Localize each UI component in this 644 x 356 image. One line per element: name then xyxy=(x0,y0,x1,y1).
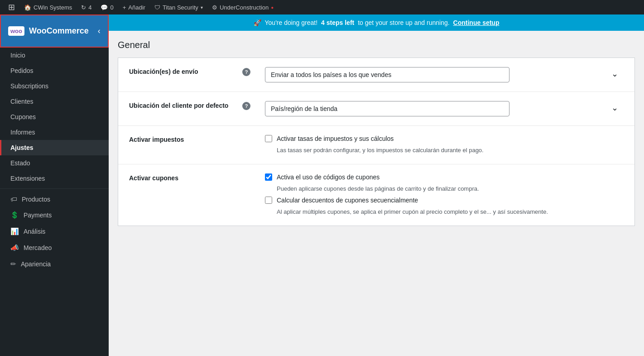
sidebar-item-clientes[interactable]: Clientes xyxy=(0,94,109,109)
adminbar-under-construction[interactable]: ⚙ UnderConstruction ● xyxy=(207,0,278,14)
coupons-help-text: Pueden aplicarse cupones desde las págin… xyxy=(277,184,624,193)
analisis-label: Análisis xyxy=(24,228,45,235)
coupons-control: Activa el uso de códigos de cupones Pued… xyxy=(265,173,624,216)
adminbar-titan-security[interactable]: 🛡 Titan Security ▾ xyxy=(150,0,207,14)
adminbar-comments[interactable]: 💬 0 xyxy=(96,0,118,14)
adminbar-new-content[interactable]: + Añadir xyxy=(118,0,150,14)
sidebar-item-ajustes[interactable]: Ajustes xyxy=(0,140,109,155)
analisis-icon: 📊 xyxy=(10,227,19,236)
payments-icon: 💲 xyxy=(10,211,19,219)
adminbar-updates[interactable]: ↻ 4 xyxy=(77,0,96,14)
cupones-label: Cupones xyxy=(10,113,36,120)
notice-continue-link[interactable]: Continue setup xyxy=(453,19,500,26)
shipping-label: Ubicación(es) de envío xyxy=(129,67,238,75)
adminbar-wp-logo[interactable]: ⊞ xyxy=(4,0,19,14)
mercadeo-label: Mercadeo xyxy=(24,244,52,251)
payments-label: Payments xyxy=(24,212,52,219)
enable-coupons-checkbox[interactable] xyxy=(265,173,272,181)
adminbar-site-name[interactable]: 🏠 CWin Systems xyxy=(19,0,77,14)
clientes-label: Clientes xyxy=(10,98,34,105)
settings-table: Ubicación(es) de envío ? Enviar a todos … xyxy=(118,58,635,226)
sidebar-item-subscriptions[interactable]: Subscriptions xyxy=(0,78,109,94)
notice-bar: 🚀 You're doing great! 4 steps left to ge… xyxy=(109,14,644,31)
shipping-label-group: Ubicación(es) de envío ? xyxy=(129,67,256,76)
settings-row-coupons: Activar cupones Activa el uso de códigos… xyxy=(118,164,634,226)
sidebar-item-payments[interactable]: 💲 Payments xyxy=(0,207,109,223)
sidebar-item-productos[interactable]: 🏷 Productos xyxy=(0,191,109,207)
sidebar-item-estado[interactable]: Estado xyxy=(0,155,109,171)
informes-label: Informes xyxy=(10,129,35,136)
sidebar-logo[interactable]: woo WooCommerce ‹ xyxy=(0,14,109,48)
sidebar-item-informes[interactable]: Informes xyxy=(0,125,109,140)
notice-emoji: 🚀 xyxy=(254,19,261,26)
enable-taxes-checkbox[interactable] xyxy=(265,135,272,142)
sidebar-item-analisis[interactable]: 📊 Análisis xyxy=(0,223,109,240)
shipping-help-icon[interactable]: ? xyxy=(242,68,250,76)
customer-location-select-wrapper: País/región de la tienda Geolocalización… xyxy=(265,101,624,116)
sidebar-menu: Inicio Pedidos Subscriptions Clientes Cu… xyxy=(0,48,109,186)
customer-location-select[interactable]: País/región de la tienda Geolocalización… xyxy=(265,101,509,116)
sidebar-item-extensiones[interactable]: Extensiones xyxy=(0,171,109,186)
sequential-discounts-help-text: Al aplicar múltiples cupones, se aplica … xyxy=(277,207,624,216)
subscriptions-label: Subscriptions xyxy=(10,82,48,90)
woo-icon: woo xyxy=(8,26,24,36)
mercadeo-icon: 📣 xyxy=(10,244,19,252)
shipping-select-wrapper: Enviar a todos los países a los que vend… xyxy=(265,67,624,82)
customer-location-control: País/región de la tienda Geolocalización… xyxy=(265,101,624,116)
notice-steps: 4 steps left xyxy=(321,19,354,26)
notice-text-after: to get your store up and running. xyxy=(358,19,449,26)
sequential-discounts-label[interactable]: Calcular descuentos de cupones secuencia… xyxy=(277,197,418,204)
sidebar-item-pedidos[interactable]: Pedidos xyxy=(0,63,109,78)
taxes-help-text: Las tasas ser podrán configurar, y los i… xyxy=(277,146,624,155)
notice-text-before: You're doing great! xyxy=(265,19,318,26)
ajustes-label: Ajustes xyxy=(10,144,34,151)
productos-icon: 🏷 xyxy=(10,195,17,203)
inicio-label: Inicio xyxy=(10,52,25,59)
main-layout: woo WooCommerce ‹ Inicio Pedidos Subscri… xyxy=(0,14,644,356)
main-content: 🚀 You're doing great! 4 steps left to ge… xyxy=(109,14,644,356)
customer-location-label: Ubicación del cliente por defecto xyxy=(129,101,238,109)
content-area: General Ubicación(es) de envío ? Enviar … xyxy=(109,31,644,356)
customer-location-help-icon[interactable]: ? xyxy=(242,102,250,110)
sidebar-collapse-button[interactable]: ‹ xyxy=(93,21,105,41)
enable-coupons-label[interactable]: Activa el uso de códigos de cupones xyxy=(277,173,380,181)
taxes-label-group: Activar impuestos xyxy=(129,135,256,143)
taxes-control: Activar tasas de impuestos y sus cálculo… xyxy=(265,135,624,155)
apariencia-icon: ✏ xyxy=(10,260,16,268)
settings-row-customer-location: Ubicación del cliente por defecto ? País… xyxy=(118,92,634,126)
sequential-discounts-row: Calcular descuentos de cupones secuencia… xyxy=(265,197,624,204)
shipping-control: Enviar a todos los países a los que vend… xyxy=(265,67,624,82)
sidebar-divider xyxy=(0,188,109,189)
settings-row-taxes: Activar impuestos Activar tasas de impue… xyxy=(118,126,634,164)
enable-taxes-label[interactable]: Activar tasas de impuestos y sus cálculo… xyxy=(277,135,394,142)
extensiones-label: Extensiones xyxy=(10,175,45,182)
sidebar-logo-text: WooCommerce xyxy=(29,26,89,36)
pedidos-label: Pedidos xyxy=(10,67,34,74)
settings-row-shipping: Ubicación(es) de envío ? Enviar a todos … xyxy=(118,58,634,92)
sidebar-item-cupones[interactable]: Cupones xyxy=(0,109,109,125)
coupons-label-group: Activar cupones xyxy=(129,173,256,182)
page-title: General xyxy=(118,40,635,50)
coupons-label: Activar cupones xyxy=(129,173,238,182)
admin-bar: ⊞ 🏠 CWin Systems ↻ 4 💬 0 + Añadir 🛡 Tita… xyxy=(0,0,644,14)
estado-label: Estado xyxy=(10,159,30,167)
productos-label: Productos xyxy=(22,196,50,203)
customer-location-label-group: Ubicación del cliente por defecto ? xyxy=(129,101,256,110)
sidebar-item-mercadeo[interactable]: 📣 Mercadeo xyxy=(0,240,109,256)
sidebar-item-inicio[interactable]: Inicio xyxy=(0,48,109,63)
sequential-discounts-checkbox[interactable] xyxy=(265,197,272,204)
sidebar-item-apariencia[interactable]: ✏ Apariencia xyxy=(0,256,109,272)
shipping-locations-select[interactable]: Enviar a todos los países a los que vend… xyxy=(265,67,509,82)
taxes-label: Activar impuestos xyxy=(129,135,238,143)
enable-coupons-row: Activa el uso de códigos de cupones xyxy=(265,173,624,181)
enable-taxes-row: Activar tasas de impuestos y sus cálculo… xyxy=(265,135,624,142)
sidebar: woo WooCommerce ‹ Inicio Pedidos Subscri… xyxy=(0,14,109,356)
apariencia-label: Apariencia xyxy=(21,260,51,268)
